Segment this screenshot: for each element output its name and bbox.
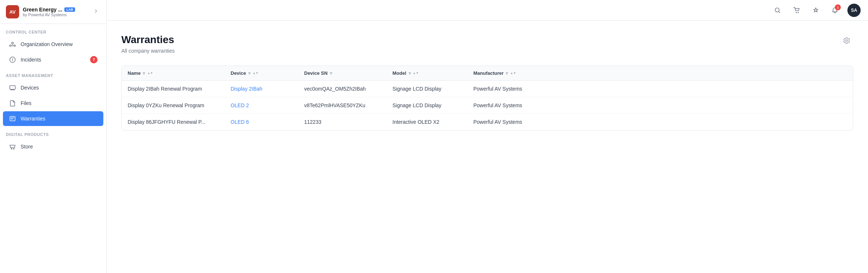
org-sub: by Powerful AV Systems [23,13,88,17]
sidebar-item-devices-label: Devices [21,85,39,91]
sidebar-header: AV Green Energy ... LAB by Powerful AV S… [0,0,106,24]
cell-device[interactable]: OLED 2 [225,97,298,114]
name-filter-icon[interactable]: ▿ [143,71,145,76]
device-filter-icon[interactable]: ▿ [248,71,250,76]
sidebar-item-devices[interactable]: Devices [3,80,103,95]
device-sort-icons[interactable]: ▲▼ [253,71,259,75]
content-area: Warranties All company warranties Name ▿… [107,21,868,273]
digital-products-label: Digital Products [0,126,106,139]
sidebar-item-store[interactable]: Store [3,139,103,154]
model-sort-icons[interactable]: ▲▼ [413,71,419,75]
sidebar-item-incidents-label: Incidents [21,57,41,63]
store-icon [9,143,16,150]
name-sort-icons[interactable]: ▲▼ [147,71,153,75]
page-subtitle: All company warranties [121,48,853,54]
ai-button[interactable] [809,4,822,17]
sidebar-item-files-label: Files [21,100,32,106]
svg-rect-5 [10,116,15,121]
incidents-icon [9,56,16,63]
cell-device[interactable]: OLED 6 [225,114,298,130]
sidebar-item-org-overview-label: Organization Overview [21,41,73,47]
svg-point-2 [14,45,15,46]
org-name: Green Energy ... LAB [23,7,88,13]
notification-count: 1 [835,4,841,10]
cell-device[interactable]: Display 2IBah [225,81,298,97]
cell-name: Display 2IBah Renewal Program [122,81,225,97]
mfr-sort-icons[interactable]: ▲▼ [510,71,516,75]
col-header-manufacturer: Manufacturer ▿ ▲▼ [467,66,853,81]
table-row: Display 2IBah Renewal ProgramDisplay 2IB… [122,81,853,97]
cell-name: Display 0YZKu Renewal Program [122,97,225,114]
search-button[interactable] [771,4,784,17]
warranties-icon [9,115,16,122]
cell-manufacturer: Powerful AV Systems [467,97,853,114]
notifications-button[interactable]: 1 [828,4,842,17]
svg-point-7 [14,148,14,149]
incidents-badge: 7 [90,56,97,63]
sidebar-item-files[interactable]: Files [3,96,103,111]
cell-model: Interactive OLED X2 [387,114,467,130]
user-avatar[interactable]: SA [847,4,861,17]
cell-device-sn: vec0omQAz_OM5Zh2IBah [298,81,387,97]
topbar: 1 SA [107,0,868,21]
app-logo: AV [6,5,19,18]
lab-badge: LAB [64,7,75,12]
page-title: Warranties [121,34,853,46]
cell-manufacturer: Powerful AV Systems [467,81,853,97]
sidebar-item-incidents[interactable]: Incidents 7 [3,52,103,67]
svg-point-9 [796,12,797,13]
cell-device-sn: v8Te62PmlHVASE50YZKu [298,97,387,114]
sidebar-item-warranties-label: Warranties [21,116,45,122]
sn-filter-icon[interactable]: ▿ [330,71,332,76]
control-center-label: Control Center [0,24,106,36]
svg-point-10 [798,12,799,13]
sidebar: AV Green Energy ... LAB by Powerful AV S… [0,0,107,273]
files-icon [9,99,16,107]
cell-manufacturer: Powerful AV Systems [467,114,853,130]
table-header-row: Name ▿ ▲▼ Device ▿ ▲▼ [122,66,853,81]
table-row: Display 86JFGHYFU Renewal P...OLED 61122… [122,114,853,130]
model-filter-icon[interactable]: ▿ [409,71,411,76]
cell-model: Signage LCD Display [387,81,467,97]
col-header-model: Model ▿ ▲▼ [387,66,467,81]
svg-rect-4 [10,86,15,90]
settings-button[interactable] [840,34,853,47]
col-header-device: Device ▿ ▲▼ [225,66,298,81]
table-row: Display 0YZKu Renewal ProgramOLED 2v8Te6… [122,97,853,114]
col-header-name: Name ▿ ▲▼ [122,66,225,81]
org-icon [9,41,16,48]
warranties-table: Name ▿ ▲▼ Device ▿ ▲▼ [121,66,853,130]
asset-management-label: Asset Management [0,67,106,80]
svg-point-6 [11,148,12,149]
sidebar-item-org-overview[interactable]: Organization Overview [3,37,103,52]
sidebar-item-store-label: Store [21,144,33,150]
svg-point-8 [775,8,779,12]
org-info: Green Energy ... LAB by Powerful AV Syst… [23,7,88,17]
col-header-device-sn: Device SN ▿ [298,66,387,81]
main-content: 1 SA Warranties All company warranties N… [107,0,868,273]
cell-name: Display 86JFGHYFU Renewal P... [122,114,225,130]
mfr-filter-icon[interactable]: ▿ [506,71,508,76]
sidebar-expand-button[interactable] [92,7,100,17]
cell-device-sn: 112233 [298,114,387,130]
cell-model: Signage LCD Display [387,97,467,114]
sidebar-item-warranties[interactable]: Warranties [3,111,103,126]
devices-icon [9,84,16,91]
cart-button[interactable] [790,4,803,17]
svg-point-1 [10,45,11,46]
